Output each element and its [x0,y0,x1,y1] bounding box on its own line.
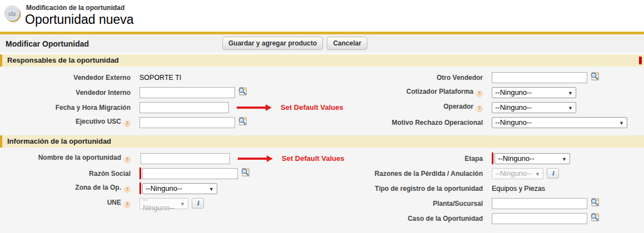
dropdown-caret-icon [565,103,573,112]
tipo-registro-value: Equipos y Piezas [492,185,545,193]
edit-form: Responsables de la oportunidad Vendedor … [0,54,644,233]
help-icon[interactable] [123,120,131,127]
field-row-tipo-registro: Tipo de registro de la oportunidad Equip… [322,181,644,196]
required-field-bar [492,153,493,164]
dropdown-caret-icon [565,88,573,97]
page-header: Modificación de la oportunidad Oportunid… [0,0,644,32]
page-title: Oportunidad nueva [25,12,134,27]
section-title: Información de la oportunidad [7,137,111,145]
field-row-motivo-rechazo: Motivo Rechazo Operacional --Ninguno-- [322,115,644,130]
dropdown-caret-icon [532,169,540,178]
field-row-otro-vendedor: Otro Vendedor [322,70,644,85]
field-row-planta-sucursal: Planta/Sucursal [322,196,644,211]
required-field-bar [139,183,141,194]
field-row-razon-social: Razón Social [0,166,322,181]
info-icon[interactable] [192,198,204,209]
dropdown-caret-icon [177,199,185,207]
dropdown-caret-icon [206,184,214,193]
dropdown-caret-icon [616,118,624,126]
cotizador-plataforma-select[interactable]: --Ninguno-- [492,87,576,98]
field-label: Motivo Rechazo Operacional [322,119,483,126]
etapa-select[interactable]: --Ninguno-- [495,153,570,164]
field-label: Caso de la Oportunidad [322,215,483,222]
field-row-caso-oportunidad: Caso de la Oportunidad [322,211,644,226]
red-arrow-annotation [237,104,272,111]
field-label: Nombre de la oportunidad [0,154,131,163]
fecha-hora-migracion-input[interactable] [139,102,229,113]
field-row-cotizador-plataforma: Cotizador Plataforma --Ninguno-- [322,85,644,100]
ejecutivo-usc-input[interactable] [139,117,235,128]
edit-toolbar: Modificar Oportunidad Guardar y agregar … [0,34,644,54]
field-row-zona-op: Zona de la Op. --Ninguno-- [0,181,322,196]
required-field-bar [139,168,141,179]
field-label: Ejecutivo USC [0,118,131,127]
zona-op-select[interactable]: --Ninguno-- [142,183,217,194]
field-row-operador: Operador --Ninguno-- [322,100,644,115]
section-header-responsables: Responsables de la oportunidad [0,54,644,67]
lookup-icon[interactable] [590,197,600,209]
planta-sucursal-input[interactable] [492,198,587,209]
info-icon[interactable] [547,168,559,179]
field-label: Zona de la Op. [0,184,131,193]
field-row-etapa: Etapa --Ninguno-- [322,151,644,166]
field-label: Vendedor Externo [0,74,131,82]
section-body-informacion: Nombre de la oportunidad Set Default Val… [0,148,644,229]
vendedor-interno-input[interactable] [139,87,235,98]
caso-oportunidad-input[interactable] [492,213,587,224]
lookup-icon[interactable] [590,72,600,83]
save-and-add-product-button[interactable]: Guardar y agregar producto [222,37,323,50]
help-icon[interactable] [476,105,483,112]
une-select-disabled: --Ninguno-- [139,198,188,209]
field-label: Operador [322,103,483,112]
field-row-nombre-oportunidad: Nombre de la oportunidad Set Default Val… [0,151,322,166]
field-row-une: UNE --Ninguno-- [0,196,322,211]
record-type-label: Modificación de la oportunidad [26,4,124,12]
field-label: Tipo de registro de la oportunidad [322,185,483,193]
field-label: Cotizador Plataforma [322,88,483,97]
field-label: Vendedor Interno [0,89,131,97]
nombre-oportunidad-input[interactable] [141,153,230,164]
field-label: Otro Vendedor [322,74,483,82]
lookup-icon[interactable] [238,116,248,128]
dropdown-caret-icon [558,154,567,163]
lookup-icon[interactable] [238,87,248,98]
razon-social-input[interactable] [142,168,238,179]
help-icon[interactable] [123,201,131,208]
razones-perdida-select-disabled: --Ninguno-- [492,168,543,179]
red-arrow-annotation [238,155,273,162]
otro-vendedor-input[interactable] [492,72,587,83]
help-icon[interactable] [123,186,131,193]
field-label: Razones de la Pérdida / Anulación [322,170,483,178]
field-row-vendedor-interno: Vendedor Interno [0,85,322,100]
field-row-ejecutivo-usc: Ejecutivo USC [0,115,322,130]
field-row-fecha-hora-migracion: Fecha y Hora Migración Set Default Value… [0,100,322,115]
vendedor-externo-value: SOPORTE TI [139,74,181,82]
section-title: Responsables de la oportunidad [7,56,119,64]
field-row-vendedor-externo: Vendedor Externo SOPORTE TI [0,70,322,85]
motivo-rechazo-operacional-select[interactable]: --Ninguno-- [492,117,627,128]
help-icon[interactable] [476,90,483,97]
field-label: Planta/Sucursal [322,200,483,207]
field-label: Razón Social [0,170,131,178]
field-label: Fecha y Hora Migración [0,104,131,112]
lookup-icon[interactable] [241,168,251,179]
field-label: Etapa [322,155,483,163]
cancel-button[interactable]: Cancelar [327,37,367,50]
lookup-icon[interactable] [590,212,600,224]
field-label: UNE [0,199,131,208]
help-icon[interactable] [123,156,131,163]
required-field-indicator [639,57,642,64]
toolbar-title: Modificar Oportunidad [6,39,89,48]
operador-select[interactable]: --Ninguno-- [492,102,576,113]
field-row-razones-perdida: Razones de la Pérdida / Anulación --Ning… [322,166,644,181]
section-header-informacion: Información de la oportunidad [0,135,644,148]
section-body-responsables: Vendedor Externo SOPORTE TI Vendedor Int… [0,67,644,133]
opportunity-coin-icon [3,4,23,26]
